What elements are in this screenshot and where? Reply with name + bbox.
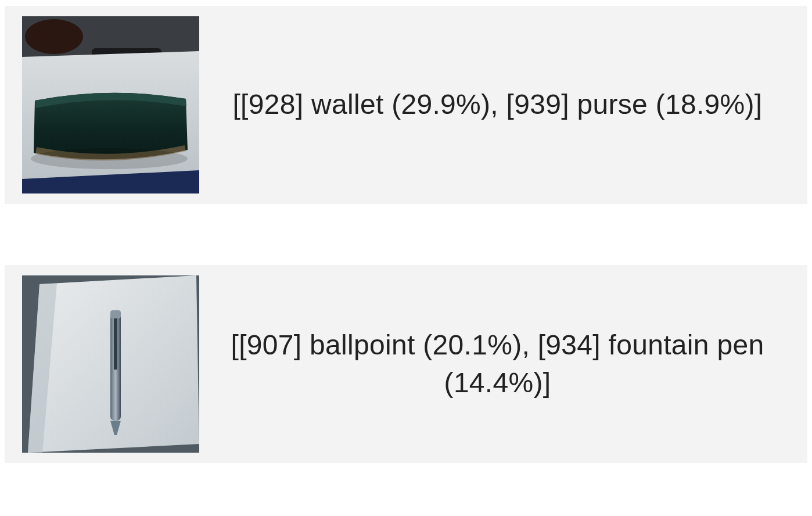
svg-point-1 (25, 19, 83, 54)
wallet-image (22, 16, 199, 193)
svg-point-5 (31, 148, 188, 169)
result-thumbnail (22, 275, 199, 453)
classification-result-row: [[928] wallet (29.9%), [939] purse (18.9… (5, 6, 807, 204)
classification-result-row: [[907] ballpoint (20.1%), [934] fountain… (5, 265, 807, 463)
result-thumbnail (22, 16, 199, 193)
prediction-label: [[928] wallet (29.9%), [939] purse (18.9… (199, 86, 796, 124)
prediction-label: [[907] ballpoint (20.1%), [934] fountain… (199, 327, 796, 402)
pen-image (22, 275, 199, 453)
svg-rect-10 (114, 311, 117, 370)
svg-rect-12 (110, 310, 121, 318)
